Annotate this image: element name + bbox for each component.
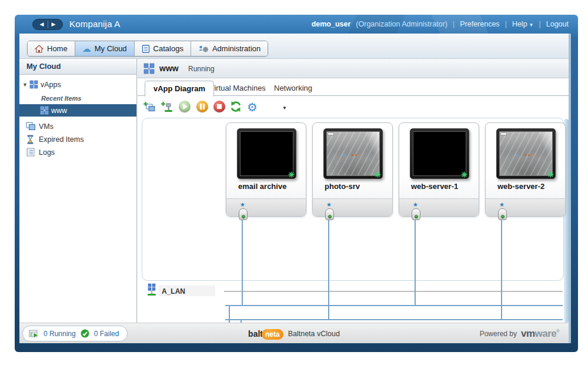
vapp-diagram-canvas: email archive ★ photo-srv ★ [138,118,569,323]
add-vm-button[interactable] [142,101,155,114]
network-line-a-lan [224,291,563,292]
stop-button[interactable] [213,101,226,114]
check-circle-icon [81,329,89,338]
titlebar: ◀ ▶ Kompanija A demo_user (Organization … [15,15,578,34]
separator: | [539,20,541,28]
tab-catalogs-label: Catalogs [153,44,183,53]
vm-card-web-server-2[interactable]: web-server-2 ★ [485,122,566,217]
administration-icon [198,44,209,53]
tab-networking[interactable]: Networking [274,81,312,96]
running-count[interactable]: 0 Running [44,330,76,338]
sidebar-item-vms[interactable]: VMs [19,120,136,132]
sidebar-item-expired-label: Expired Items [39,135,83,144]
vm-name: email archive [238,182,286,191]
user-strip: demo_user (Organization Administrator) |… [312,20,569,28]
running-tasks-icon [29,329,39,339]
tab-vapp-diagram[interactable]: vApp Diagram [145,81,214,97]
stop-icon [213,101,225,112]
tab-my-cloud-label: My Cloud [95,44,127,53]
nic-connector[interactable] [412,208,420,220]
add-vm-icon [142,101,155,113]
network-bus-1 [225,305,563,306]
preferences-link[interactable]: Preferences [460,20,499,28]
vm-card-web-server-1[interactable]: web-server-1 ★ [399,122,479,217]
vmware-logo: vmware® [521,328,559,340]
tab-home[interactable]: Home [28,41,75,56]
nic-connected-dot [242,215,245,218]
primary-nic-star-icon: ★ [326,201,332,208]
sidebar-item-vapps[interactable]: ▼ vApps [19,78,136,91]
vm-console-thumbnail[interactable] [410,128,469,179]
vm-name: web-server-1 [411,182,458,191]
settings-menu-caret[interactable]: ▼ [282,105,287,111]
status-badge: Running [188,65,215,73]
add-network-button[interactable] [160,101,173,114]
app-window: ◀ ▶ Kompanija A demo_user (Organization … [15,15,578,352]
vm-console-popout-icon [461,171,467,178]
vm4-connection-line [501,217,502,320]
tab-my-cloud[interactable]: ☁ My Cloud [75,41,135,56]
add-network-icon [160,101,173,113]
help-menu[interactable]: Help▼ [512,20,534,28]
content-shell: Home ☁ My Cloud Catalogs Administration … [19,34,571,343]
sidebar-recent-items: Recent Items [19,92,136,104]
failed-count[interactable]: 0 Failed [94,330,119,338]
history-nav[interactable]: ◀ ▶ [32,19,63,30]
start-button[interactable] [179,101,192,114]
vm-console-popout-icon [375,171,381,178]
status-bar: 0 Running 0 Failed baltneta Baltneta vCl… [19,323,569,343]
refresh-button[interactable] [230,101,243,114]
sidebar-item-logs[interactable]: Logs [19,146,136,158]
vapp-network-icon [146,283,158,297]
separator: | [453,20,455,28]
cloud-icon: ☁ [82,45,91,53]
tab-virtual-machines[interactable]: Virtual Machines [209,81,266,96]
sidebar-item-vms-label: VMs [39,122,54,131]
primary-nic-star-icon: ★ [499,201,505,208]
tab-administration[interactable]: Administration [191,41,268,56]
sidebar-item-vapps-label: vApps [41,81,61,89]
sidebar-header: My Cloud [19,59,136,75]
tree-expand-icon[interactable]: ▼ [22,82,28,88]
suspend-button[interactable] [196,101,209,114]
vm-card-photo-srv[interactable]: photo-srv ★ [312,122,393,217]
sidebar-item-www[interactable]: www [19,104,136,117]
forward-icon[interactable]: ▶ [48,19,59,29]
nic-connector[interactable] [498,208,507,220]
main-tabgroup: Home ☁ My Cloud Catalogs Administration [27,41,268,57]
tasks-status-pill: 0 Running 0 Failed [22,326,128,341]
tab-administration-label: Administration [212,44,260,53]
chevron-down-icon: ▼ [529,22,534,28]
recent-items-label: Recent Items [41,95,81,102]
powered-by-area: Powered by vmware® [480,323,559,344]
vm-console-thumbnail[interactable] [323,128,383,179]
sidebar: My Cloud ▼ vApps Recent Items www VMs Ex… [19,59,137,323]
network-label-a-lan[interactable]: A_LAN [162,287,185,296]
brand-area: baltneta Baltneta vCloud [248,323,340,344]
vm-console-thumbnail[interactable] [237,128,296,179]
settings-button[interactable]: ⚙ [247,101,260,114]
sidebar-item-logs-label: Logs [39,148,55,157]
back-icon[interactable]: ◀ [36,19,48,29]
vm-console-thumbnail[interactable] [496,128,556,179]
home-icon [35,45,44,53]
org-title: Kompanija A [69,19,120,29]
tab-catalogs[interactable]: Catalogs [135,41,191,56]
refresh-icon [230,101,242,112]
vapp-icon [143,63,155,74]
vm1-connection-line [242,217,243,306]
riser-a-wan [229,305,230,323]
vm-name: web-server-2 [497,182,544,191]
vms-icon [26,122,36,131]
logs-icon [26,148,35,157]
vm-card-email-archive[interactable]: email archive ★ [226,122,306,217]
entity-name: www [159,64,179,73]
nic-connected-dot [501,215,505,218]
logout-link[interactable]: Logout [546,20,569,28]
vm-name: photo-srv [325,182,360,191]
sidebar-item-expired[interactable]: Expired Items [19,133,136,145]
primary-nic-star-icon: ★ [413,201,418,208]
nic-connector[interactable] [239,208,248,220]
main-pane: www Running vApp Diagram Virtual Machine… [138,59,569,323]
nic-connector[interactable] [325,208,334,220]
